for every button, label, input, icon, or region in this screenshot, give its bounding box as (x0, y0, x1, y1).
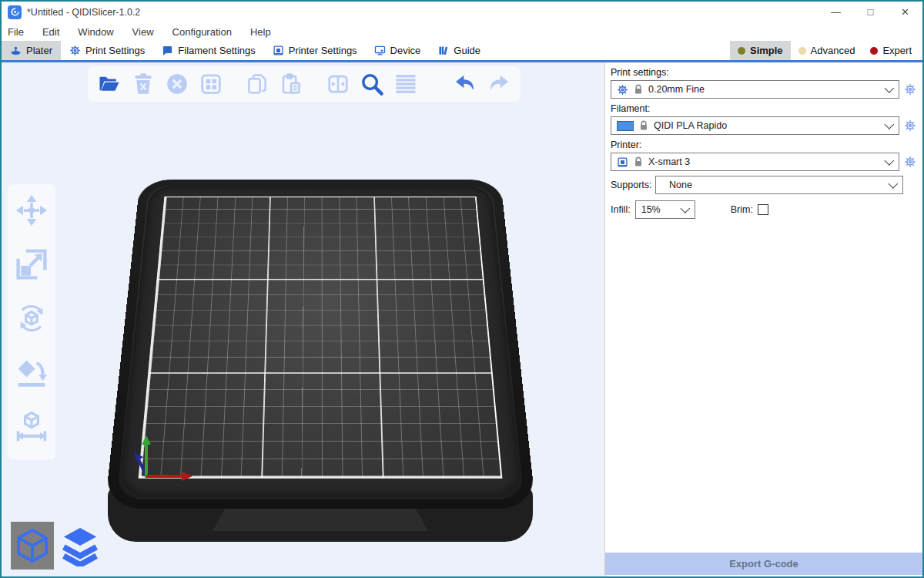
tab-label: Guide (454, 45, 480, 56)
settings-panel: Print settings: 0.20mm Fine Filament: QI… (604, 62, 922, 576)
gear-icon (617, 84, 628, 96)
printer-gear-button[interactable] (903, 155, 917, 169)
open-icon[interactable] (95, 69, 124, 99)
printer-value: X-smart 3 (648, 156, 690, 167)
mode-label: Expert (882, 45, 912, 56)
expert-dot-icon (870, 47, 878, 55)
scale-icon[interactable] (15, 247, 49, 281)
delete-all-icon[interactable] (163, 69, 192, 99)
tab-plater[interactable]: Plater (2, 41, 61, 60)
lock-icon (639, 120, 648, 131)
export-gcode-button[interactable]: Export G-code (605, 553, 922, 575)
brim-label: Brim: (731, 204, 753, 215)
filament-value: QIDI PLA Rapido (654, 120, 727, 131)
app-window: *Untitled - QIDISlicer-1.0.2 — □ ✕ File … (0, 0, 924, 578)
filament-gear-button[interactable] (903, 119, 917, 133)
printer-icon (617, 156, 628, 168)
measure-icon[interactable] (15, 409, 49, 443)
infill-combo[interactable]: 15% (635, 200, 695, 219)
variable-layer-height-icon[interactable] (391, 69, 420, 99)
simple-dot-icon (738, 47, 745, 55)
redo-icon[interactable] (484, 69, 513, 99)
window-title: *Untitled - QIDISlicer-1.0.2 (27, 7, 140, 18)
filament-label: Filament: (611, 103, 917, 114)
menu-window[interactable]: Window (78, 26, 122, 38)
supports-value: None (661, 180, 692, 190)
split-to-objects-icon[interactable] (323, 69, 352, 99)
tab-guide[interactable]: Guide (429, 41, 489, 60)
tab-print-settings[interactable]: Print Settings (61, 41, 153, 60)
mode-label: Simple (750, 45, 783, 56)
chevron-down-icon (884, 119, 894, 129)
title-bar: *Untitled - QIDISlicer-1.0.2 — □ ✕ (2, 2, 922, 22)
chevron-down-icon (680, 203, 690, 213)
gear-icon (69, 45, 81, 56)
supports-combo[interactable]: None (655, 176, 903, 194)
print-settings-combo[interactable]: 0.20mm Fine (611, 80, 899, 99)
filament-combo[interactable]: QIDI PLA Rapido (611, 116, 899, 135)
infill-value: 15% (641, 204, 661, 215)
print-settings-value: 0.20mm Fine (648, 84, 705, 95)
undo-icon[interactable] (450, 69, 479, 99)
menu-bar: File Edit Window View Configuration Help (2, 22, 922, 41)
menu-edit[interactable]: Edit (42, 26, 69, 38)
device-icon (374, 45, 386, 56)
filament-color-swatch (617, 121, 634, 131)
lock-icon (634, 84, 643, 95)
3d-editor-view-icon[interactable] (11, 522, 54, 570)
minimize-button[interactable]: — (819, 2, 853, 22)
menu-view[interactable]: View (132, 26, 163, 38)
filament-icon (162, 45, 173, 56)
printer-combo[interactable]: X-smart 3 (611, 153, 899, 171)
bed-handle-groove (213, 508, 428, 531)
preview-icon[interactable] (59, 522, 102, 570)
chevron-down-icon (888, 179, 898, 189)
3d-viewport[interactable] (2, 62, 604, 576)
mode-simple[interactable]: Simple (730, 41, 791, 60)
brim-checkbox[interactable] (758, 204, 768, 215)
menu-help[interactable]: Help (250, 26, 280, 38)
object-toolbar (8, 184, 55, 460)
plater-icon (10, 45, 22, 56)
tab-label: Printer Settings (289, 45, 357, 56)
menu-configuration[interactable]: Configuration (172, 26, 241, 38)
copy-icon[interactable] (243, 69, 272, 99)
printer-label: Printer: (611, 139, 917, 150)
search-icon[interactable] (357, 69, 386, 99)
advanced-dot-icon (798, 47, 806, 55)
printer-icon (273, 45, 284, 56)
mode-selector: Simple Advanced Expert (730, 41, 919, 60)
guide-icon (437, 45, 449, 56)
lock-icon (634, 156, 643, 167)
delete-icon[interactable] (129, 69, 158, 99)
rotate-icon[interactable] (15, 301, 49, 335)
tab-filament-settings[interactable]: Filament Settings (153, 41, 263, 60)
app-logo-icon (8, 5, 22, 19)
infill-label: Infill: (611, 204, 631, 215)
move-icon[interactable] (15, 193, 49, 227)
tab-label: Print Settings (85, 45, 145, 56)
print-settings-label: Print settings: (611, 67, 917, 78)
menu-file[interactable]: File (8, 26, 33, 38)
main-toolbar (88, 66, 521, 102)
mode-advanced[interactable]: Advanced (791, 41, 863, 60)
tab-device[interactable]: Device (366, 41, 430, 60)
tab-printer-settings[interactable]: Printer Settings (264, 41, 366, 60)
paste-icon[interactable] (277, 69, 306, 99)
print-settings-gear-button[interactable] (903, 82, 917, 96)
mode-expert[interactable]: Expert (862, 41, 919, 60)
tab-bar: Plater Print Settings Filament Settings … (2, 41, 922, 62)
chevron-down-icon (884, 83, 894, 93)
supports-label: Supports: (611, 180, 655, 190)
tab-label: Device (390, 45, 421, 56)
maximize-button[interactable]: □ (853, 2, 888, 22)
view-toggle (11, 522, 102, 570)
arrange-icon[interactable] (197, 69, 226, 99)
tab-label: Filament Settings (178, 45, 255, 56)
close-button[interactable]: ✕ (888, 2, 922, 22)
tab-label: Plater (26, 45, 52, 56)
axes-indicator-icon (131, 422, 202, 485)
chevron-down-icon (884, 156, 894, 166)
place-on-face-icon[interactable] (15, 355, 49, 389)
mode-label: Advanced (811, 45, 855, 56)
